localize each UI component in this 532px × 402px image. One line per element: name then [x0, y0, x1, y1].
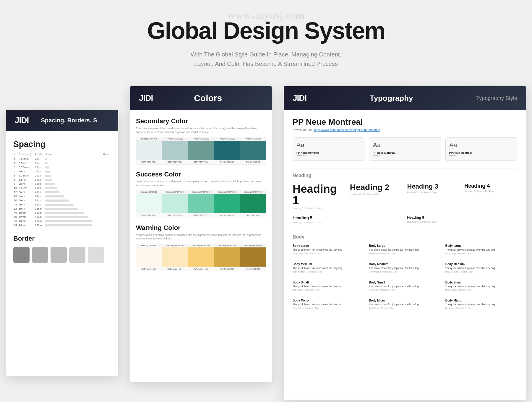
divider-2: [293, 230, 517, 230]
page-subtitle: With The Global Style Guide In Place, Ma…: [6, 50, 526, 69]
border-swatch: [88, 247, 104, 263]
headings-grid: Heading 1 Heading 1 / Semibold / 48px He…: [293, 183, 517, 210]
font-download-url[interactable]: https://www.cufonfonts.com/font/pp-neue-…: [314, 128, 380, 132]
secondary-swatches-row: Primary-OPOP/50 R230 G236 R254 Primary-O…: [136, 137, 266, 165]
secondary-color-desc: This colors represent the brand's identi…: [136, 127, 266, 134]
secondary-color-title: Secondary Color: [136, 117, 266, 125]
body-col: Body Small The quick brown fox jumps ove…: [445, 281, 517, 291]
spacing-table: # Size (rem) Pixels Scale Rem 1 0.25rem …: [13, 152, 111, 227]
body-col: Body Medium The quick brown fox jumps ov…: [369, 262, 441, 273]
body-col: Body Micro The quick brown fox jumps ove…: [445, 299, 517, 309]
spacing-table-row: 24 6rem 96px: [13, 202, 111, 207]
spacing-table-row: 32 8rem 128px: [13, 207, 111, 211]
cards-container: JIDI Spacing, Borders, S Spacing # Size …: [0, 86, 532, 382]
success-color-title: Success Color: [136, 171, 266, 178]
success-color-group: Success Color Green denotes success or c…: [136, 171, 266, 218]
heading-sub-item: Heading 6 Heading 6 / Semibold / 18px: [407, 215, 518, 224]
body-grid: Body Large The quick brown fox jumps ove…: [293, 244, 517, 313]
heading-item: Heading 1 Heading 1 / Semibold / 48px: [293, 183, 346, 210]
border-section: Border: [13, 235, 111, 263]
typography-card-header: JIDI Typography Typography Style: [284, 86, 526, 110]
border-title: Border: [13, 235, 111, 242]
border-swatch: [69, 247, 85, 263]
warning-swatches-row: Pending-OPOP/50 R254 G248 R236 Pending-O…: [136, 244, 266, 271]
spacing-table-row: 4 1rem 16px: [13, 169, 111, 174]
colors-header-title: Colors: [153, 93, 263, 103]
body-col: Body Large The quick brown fox jumps ove…: [293, 244, 364, 255]
spacing-card-body: Spacing # Size (rem) Pixels Scale Rem 1 …: [6, 131, 118, 272]
colors-card-header: JIDI Colors: [130, 86, 272, 110]
body-col: Body Medium The quick brown fox jumps ov…: [293, 262, 364, 273]
color-swatch-item: Success-OPOP/100 R196 G236 R224: [162, 190, 188, 218]
spacing-table-row: 12 3rem 48px: [13, 190, 111, 194]
spacing-table-row: 6 1.5rem 24px: [13, 178, 111, 182]
typography-style-label: Typography Style: [476, 95, 517, 101]
warning-color-title: Warning Color: [136, 224, 266, 232]
spacing-table-row: 2 0.5rem 8px: [13, 161, 111, 165]
typography-header-title: Typography: [306, 94, 476, 103]
typography-card-body: PP Neue Montreal Download Font: https://…: [284, 110, 526, 320]
body-section-label: Body: [293, 234, 517, 240]
body-col: Body Small The quick brown fox jumps ove…: [369, 281, 441, 291]
body-col: Body Large The quick brown fox jumps ove…: [369, 244, 441, 255]
spacing-logo: JIDI: [15, 116, 29, 125]
colors-card-body: Secondary Color This colors represent th…: [130, 110, 272, 285]
heading-item: Heading 4 Heading 4 / Semibold / 24px: [464, 183, 517, 210]
secondary-color-group: Secondary Color This colors represent th…: [136, 117, 266, 165]
warning-color-desc: Yellow signifies pending actions or stat…: [136, 233, 266, 241]
body-col: Body Medium The quick brown fox jumps ov…: [445, 262, 517, 273]
color-swatch-item: Primary-OPOP/50 R230 G236 R254: [136, 137, 162, 165]
color-swatch-item: Primary-OPOP/400 R52 G120 R124: [240, 137, 266, 165]
divider-1: [293, 168, 517, 168]
colors-logo: JIDI: [139, 93, 153, 103]
spacing-table-row: 20 5rem 80px: [13, 198, 111, 202]
body-col: Body Large The quick brown fox jumps ove…: [445, 244, 517, 255]
spacing-table-row: 10 2.5rem 40px: [13, 186, 111, 190]
heading-section-label: Heading: [293, 173, 517, 180]
heading-item: Heading 2 Heading 2 / Semibold / 40px: [350, 183, 403, 210]
spacing-table-row: 56 14rem 224px: [13, 219, 111, 223]
spacing-table-row: 8 2rem 32px: [13, 182, 111, 186]
success-color-desc: Green denotes success or confirmation of…: [136, 180, 266, 187]
page-header: www.anyusj.com Global Design System With…: [0, 0, 532, 80]
color-swatch-item: Pending-OPOP/400 R166 G126 R42: [240, 244, 266, 271]
page-title: Global Design System: [6, 18, 526, 44]
spacing-table-row: 16 4rem 64px: [13, 194, 111, 198]
color-swatch-item: Pending-OPOP/100 R252 G232 R187: [162, 244, 188, 271]
color-swatch-item: Success-OPOP/300 R42 G176 R126: [214, 190, 240, 218]
spacing-header-title: Spacing, Borders, S: [29, 117, 109, 124]
spacing-table-row: 3 0.75rem 12px: [13, 165, 111, 169]
heading-sub-item: Heading 5 Heading 5 / Semibold / 20px: [293, 215, 403, 224]
color-swatch-item: Primary-OPOP/200 R106 G155 R148: [188, 137, 214, 165]
spacing-table-row: 48 12rem 192px: [13, 215, 111, 219]
font-download: Download Font: https://www.cufonfonts.co…: [293, 128, 517, 132]
spacing-table-row: 1 0.25rem 4px: [13, 157, 111, 161]
colors-card: JIDI Colors Secondary Color This colors …: [130, 86, 272, 382]
color-swatch-item: Pending-OPOP/300 R212 G168 R67: [214, 244, 240, 271]
spacing-card-header: JIDI Spacing, Borders, S: [6, 110, 118, 131]
border-swatch: [13, 247, 30, 263]
color-swatch-item: Primary-OPOP/300 R29 G107 R113: [214, 137, 240, 165]
color-swatch-item: Primary-OPOP/100 R176 G203 R202: [162, 137, 188, 165]
body-col: Body Micro The quick brown fox jumps ove…: [293, 299, 364, 309]
color-swatch-item: Pending-OPOP/50 R254 G248 R236: [136, 244, 162, 271]
spacing-table-row: 64 16rem 256px: [13, 223, 111, 227]
success-swatches-row: Success-OPOP/50 R232 G248 R242 Success-O…: [136, 190, 266, 218]
typography-logo: JIDI: [293, 93, 306, 103]
color-swatch-item: Success-OPOP/50 R232 G248 R242: [136, 190, 162, 218]
font-name: PP Neue Montreal: [293, 117, 517, 127]
color-swatch-item: Success-OPOP/400 R26 G143 R94: [240, 190, 266, 218]
font-sample-card: Aa PP Neue Montreal Semibold: [293, 137, 364, 161]
font-samples-row: Aa PP Neue Montreal Semibold Aa PP Neue …: [293, 137, 517, 161]
body-col: Body Micro The quick brown fox jumps ove…: [369, 299, 441, 309]
spacing-table-row: 5 1.25rem 20px: [13, 174, 111, 178]
font-sample-card: Aa PP Neue Montreal Medium: [369, 137, 441, 161]
border-swatch: [32, 247, 48, 263]
spacing-card: JIDI Spacing, Borders, S Spacing # Size …: [6, 110, 118, 376]
spacing-table-row: 40 10rem 160px: [13, 211, 111, 215]
font-sample-card: Aa PP Neue Montreal Regular: [445, 137, 517, 161]
spacing-section-title: Spacing: [13, 140, 111, 149]
border-swatch: [51, 247, 67, 263]
border-swatches: [13, 247, 111, 263]
color-swatch-item: Pending-OPOP/200 R249 G207 R119: [188, 244, 214, 271]
